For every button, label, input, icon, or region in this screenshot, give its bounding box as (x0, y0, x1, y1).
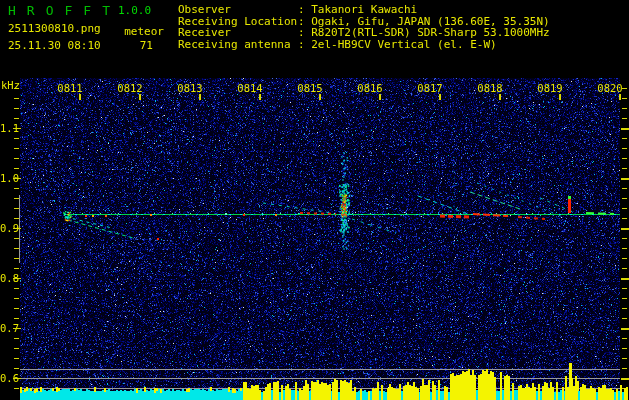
time-tick-label: 0811 (55, 82, 85, 94)
time-tick-label: 0819 (535, 82, 565, 94)
info-value: 2el-HB9CV Vertical (el. E-W) (311, 38, 496, 51)
time-tick-label: 0820 (595, 82, 625, 94)
time-tick-label: 0813 (175, 82, 205, 94)
hrofft-screenshot: HROFFT 1.0.0 2511300810.png meteor 25.11… (0, 0, 629, 400)
time-tick-label: 0818 (475, 82, 505, 94)
app-version: 1.0.0 (118, 4, 151, 17)
time-tick-label: 0812 (115, 82, 145, 94)
info-colon: : (298, 38, 311, 51)
observation-datetime: 25.11.30 08:10 (8, 39, 101, 52)
echo-count: 71 (120, 39, 153, 52)
station-info-block: Observer: Takanori KawachiReceiving Loca… (178, 4, 550, 50)
app-title: HROFFT (8, 3, 121, 18)
time-tick-label: 0814 (235, 82, 265, 94)
freq-tick-label: 0.6 (0, 372, 16, 384)
time-tick-label: 0815 (295, 82, 325, 94)
freq-tick-label: 0.9 (0, 222, 16, 234)
info-label: Observer (178, 4, 298, 16)
spectrogram-canvas (0, 0, 629, 400)
freq-tick-label: 1.1 (0, 122, 16, 134)
freq-tick-label: 0.7 (0, 322, 16, 334)
info-label: Receiving antenna (178, 39, 298, 51)
freq-tick-label: 0.8 (0, 272, 16, 284)
mode-label: meteor (120, 25, 164, 38)
time-tick-label: 0816 (355, 82, 385, 94)
frequency-axis-unit-label: kHz (1, 79, 20, 91)
station-info-row: Receiving antenna: 2el-HB9CV Vertical (e… (178, 39, 550, 51)
output-filename: 2511300810.png (8, 22, 101, 35)
freq-tick-label: 1.0 (0, 172, 16, 184)
time-tick-label: 0817 (415, 82, 445, 94)
